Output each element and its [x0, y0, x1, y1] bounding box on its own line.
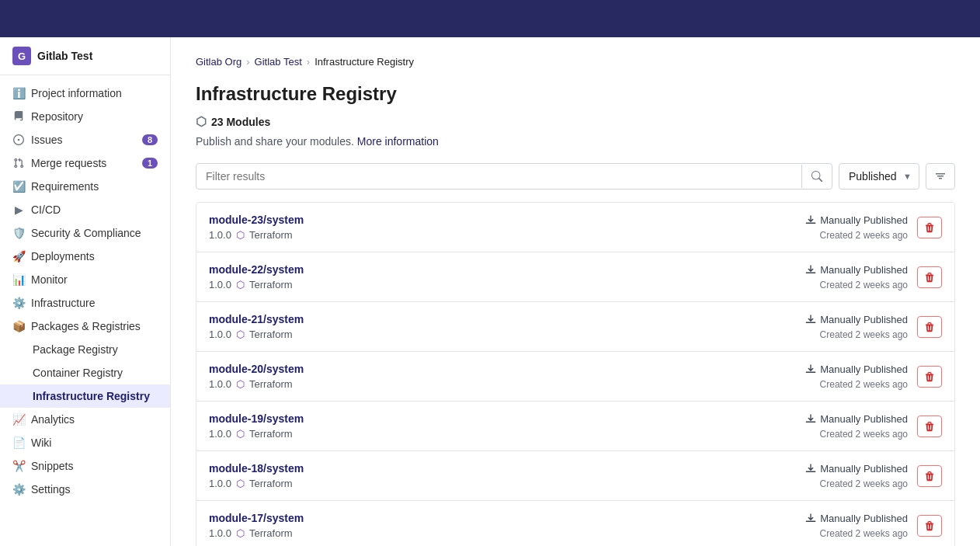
- table-row: module-17/system 1.0.0 ⬡ Terraform Manua…: [196, 501, 954, 546]
- delete-button[interactable]: [917, 366, 942, 388]
- upload-icon: [805, 263, 816, 276]
- sidebar-item-merge-requests[interactable]: Merge requests 1: [0, 151, 170, 175]
- delete-button[interactable]: [917, 515, 942, 537]
- published-label: Manually Published: [805, 313, 908, 326]
- sidebar-item-label: Settings: [31, 483, 71, 496]
- sidebar-item-repository[interactable]: Repository: [0, 105, 170, 128]
- created-text: Created 2 weeks ago: [820, 478, 908, 489]
- sidebar-item-label: Security & Compliance: [31, 227, 141, 239]
- module-name[interactable]: module-20/system: [209, 363, 805, 375]
- module-name[interactable]: module-18/system: [209, 462, 805, 475]
- module-meta: 1.0.0 ⬡ Terraform: [209, 279, 805, 290]
- sidebar-item-project-information[interactable]: ℹ️ Project information: [0, 82, 170, 105]
- module-provider: Terraform: [249, 329, 293, 340]
- table-row: module-21/system 1.0.0 ⬡ Terraform Manua…: [196, 302, 954, 352]
- sidebar-item-packages-registries[interactable]: 📦 Packages & Registries: [0, 315, 170, 338]
- module-provider: Terraform: [249, 478, 293, 489]
- sidebar-item-snippets[interactable]: ✂️ Snippets: [0, 454, 170, 478]
- breadcrumb-sep-1: ›: [246, 56, 249, 68]
- module-status: Manually Published Created 2 weeks ago: [805, 412, 908, 440]
- sidebar-item-settings[interactable]: ⚙️ Settings: [0, 478, 170, 501]
- status-filter-select[interactable]: Published All: [839, 163, 919, 190]
- module-provider: Terraform: [249, 229, 293, 241]
- sidebar-sub-item-container-registry[interactable]: Container Registry: [0, 361, 170, 384]
- breadcrumb: Gitlab Org › Gitlab Test › Infrastructur…: [196, 56, 955, 68]
- sidebar-sub-item-infrastructure-registry[interactable]: Infrastructure Registry: [0, 384, 170, 408]
- sidebar-item-infrastructure[interactable]: ⚙️ Infrastructure: [0, 291, 170, 315]
- module-info: module-22/system 1.0.0 ⬡ Terraform: [209, 263, 805, 290]
- sidebar-item-label: Merge requests: [31, 157, 106, 169]
- sidebar-sub-item-package-registry[interactable]: Package Registry: [0, 338, 170, 361]
- delete-button[interactable]: [917, 465, 942, 487]
- sidebar-item-label: Packages & Registries: [31, 320, 141, 332]
- module-info: module-23/system 1.0.0 ⬡ Terraform: [209, 214, 805, 241]
- delete-button[interactable]: [917, 217, 942, 238]
- cube-icon: ⬡: [196, 114, 207, 129]
- sidebar-item-cicd[interactable]: ▶ CI/CD: [0, 198, 170, 221]
- module-status: Manually Published Created 2 weeks ago: [805, 263, 908, 290]
- delete-button[interactable]: [917, 316, 942, 338]
- module-provider: Terraform: [249, 527, 293, 539]
- repository-icon: [12, 110, 25, 123]
- status-text: Manually Published: [820, 264, 908, 276]
- status-text: Manually Published: [820, 413, 908, 425]
- publish-text: Publish and share your modules.: [196, 135, 354, 148]
- module-meta: 1.0.0 ⬡ Terraform: [209, 229, 805, 241]
- filter-bar: Published All ▼: [196, 163, 955, 190]
- breadcrumb-gitlab-test[interactable]: Gitlab Test: [255, 56, 302, 68]
- settings-icon: ⚙️: [12, 483, 25, 496]
- sidebar: G Gitlab Test ℹ️ Project information Rep…: [0, 37, 171, 546]
- page-title: Infrastructure Registry: [196, 83, 955, 105]
- published-label: Manually Published: [805, 263, 908, 276]
- module-name[interactable]: module-17/system: [209, 512, 805, 524]
- module-meta: 1.0.0 ⬡ Terraform: [209, 329, 805, 340]
- sidebar-item-label: Deployments: [31, 250, 95, 263]
- created-text: Created 2 weeks ago: [820, 230, 908, 241]
- sub-item-label: Infrastructure Registry: [33, 390, 150, 402]
- cicd-icon: ▶: [12, 203, 25, 216]
- deployments-icon: 🚀: [12, 250, 25, 263]
- search-button[interactable]: [801, 165, 832, 188]
- sidebar-item-deployments[interactable]: 🚀 Deployments: [0, 245, 170, 268]
- sidebar-item-label: Issues: [31, 134, 62, 146]
- main-content: Gitlab Org › Gitlab Test › Infrastructur…: [171, 37, 980, 546]
- delete-button[interactable]: [917, 266, 942, 288]
- module-version: 1.0.0: [209, 378, 231, 390]
- module-version: 1.0.0: [209, 527, 231, 539]
- breadcrumb-gitlab-org[interactable]: Gitlab Org: [196, 56, 242, 68]
- sidebar-item-requirements[interactable]: ☑️ Requirements: [0, 175, 170, 198]
- module-name[interactable]: module-22/system: [209, 263, 805, 276]
- issues-icon: [12, 134, 25, 146]
- module-provider: Terraform: [249, 279, 293, 290]
- search-input[interactable]: [196, 164, 801, 189]
- module-name[interactable]: module-23/system: [209, 214, 805, 226]
- more-info-link[interactable]: More information: [357, 135, 439, 148]
- module-name[interactable]: module-21/system: [209, 313, 805, 325]
- snippets-icon: ✂️: [12, 460, 25, 472]
- sidebar-item-security-compliance[interactable]: 🛡️ Security & Compliance: [0, 221, 170, 245]
- module-version: 1.0.0: [209, 279, 231, 290]
- sidebar-brand[interactable]: G Gitlab Test: [0, 37, 170, 75]
- module-info: module-21/system 1.0.0 ⬡ Terraform: [209, 313, 805, 340]
- top-bar: [0, 0, 980, 37]
- sidebar-item-issues[interactable]: Issues 8: [0, 128, 170, 151]
- sidebar-item-label: CI/CD: [31, 203, 61, 216]
- publish-info: Publish and share your modules. More inf…: [196, 135, 955, 148]
- sidebar-item-analytics[interactable]: 📈 Analytics: [0, 408, 170, 431]
- sidebar-item-monitor[interactable]: 📊 Monitor: [0, 268, 170, 291]
- published-label: Manually Published: [805, 214, 908, 227]
- module-status: Manually Published Created 2 weeks ago: [805, 313, 908, 340]
- upload-icon: [805, 313, 816, 326]
- sidebar-item-wiki[interactable]: 📄 Wiki: [0, 431, 170, 454]
- created-text: Created 2 weeks ago: [820, 280, 908, 290]
- delete-button[interactable]: [917, 416, 942, 437]
- sort-button[interactable]: [926, 163, 955, 190]
- sidebar-item-label: Requirements: [31, 180, 99, 193]
- status-text: Manually Published: [820, 463, 908, 475]
- module-version: 1.0.0: [209, 478, 231, 489]
- table-row: module-20/system 1.0.0 ⬡ Terraform Manua…: [196, 352, 954, 402]
- status-text: Manually Published: [820, 214, 908, 226]
- sidebar-item-label: Monitor: [31, 273, 68, 286]
- status-text: Manually Published: [820, 513, 908, 524]
- module-name[interactable]: module-19/system: [209, 412, 805, 425]
